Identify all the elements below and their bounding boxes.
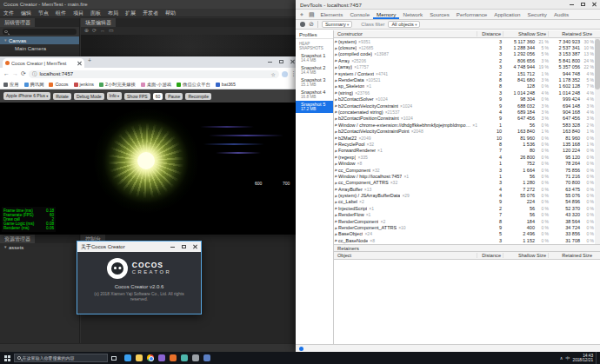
- minimize-button[interactable]: [167, 242, 178, 252]
- profile-avatar[interactable]: [282, 71, 288, 77]
- preview-toolbar-button[interactable]: Pause: [165, 93, 183, 100]
- devtools-tab[interactable]: Network: [399, 10, 426, 19]
- devtools-tab[interactable]: Application: [490, 10, 523, 19]
- page-info-icon[interactable]: ⓘ: [32, 71, 37, 77]
- maximize-button[interactable]: [276, 56, 287, 67]
- devtools-tab[interactable]: Elements: [317, 10, 347, 19]
- taskbar-clock[interactable]: 14:43 2018/12/21: [573, 354, 593, 363]
- column-object[interactable]: Object: [334, 253, 477, 258]
- cocos-menu-item[interactable]: 文件: [0, 9, 17, 17]
- devtools-tab[interactable]: Console: [346, 10, 373, 19]
- heap-table-row[interactable]: (array) ×17757 3 4 748 944 19 % 5 357 05…: [334, 64, 600, 70]
- devtools-tab[interactable]: Memory: [373, 10, 399, 19]
- heap-table-row[interactable]: RenderComponent ×2 8 184 0 % 38 564 0 %: [334, 218, 600, 224]
- new-tab-button[interactable]: +: [88, 57, 91, 63]
- tray-expand-icon[interactable]: ∧: [560, 355, 563, 361]
- taskbar-app-icon[interactable]: [136, 354, 143, 361]
- inspect-element-icon[interactable]: ⌖: [297, 10, 306, 19]
- heap-table-row[interactable]: InjectedScript ×1 2 56 0 % 52 370 0 %: [334, 205, 600, 211]
- column-distance[interactable]: Distance: [477, 31, 503, 36]
- heap-table-row[interactable]: Window ×8 1 752 0 % 78 264 0 %: [334, 160, 600, 166]
- bookmark-star-icon[interactable]: ☆: [271, 71, 276, 77]
- taskbar-app-icon[interactable]: [147, 354, 154, 361]
- snapshot-item[interactable]: Snapshot 2 14.4 MB: [296, 64, 333, 76]
- heap-table-row[interactable]: (concatenated string) ×21537 4 689 184 3…: [334, 109, 600, 115]
- rotate-tool-icon[interactable]: ⟳: [92, 27, 97, 35]
- heap-table-row[interactable]: (closure) ×12685 3 1 288 344 5 % 2 537 3…: [334, 44, 600, 50]
- heap-table-row[interactable]: cc_Component ×32 3 1 664 0 % 75 856 0 %: [334, 167, 600, 173]
- taskbar-app-icon[interactable]: [124, 354, 131, 361]
- heap-table-row[interactable]: (system) / JSArrayBufferData ×29 4 55 07…: [334, 192, 600, 198]
- heap-table-row[interactable]: (system) ×9351 3 5 117 360 21 % 7 340 92…: [334, 38, 600, 44]
- scrollbar-thumb[interactable]: [595, 39, 600, 89]
- snapshot-item[interactable]: Snapshot 5 17.2 MB: [296, 101, 333, 113]
- preview-toolbar-button[interactable]: Rotate: [53, 93, 71, 100]
- cocos-menu-item[interactable]: 编辑: [17, 9, 35, 17]
- back-button[interactable]: ←: [3, 69, 10, 78]
- taskbar-app-icon[interactable]: [203, 354, 210, 361]
- minimize-button[interactable]: [264, 56, 276, 67]
- hierarchy-search-input[interactable]: [3, 29, 77, 35]
- heap-table-row[interactable]: b2ContactPositionConstraint ×1024 9 647 …: [334, 116, 600, 122]
- preview-toolbar-button[interactable]: Show FPS: [124, 93, 150, 100]
- heap-table-row[interactable]: b2ContactVelocityConstraint ×1024 9 688 …: [334, 103, 600, 109]
- heap-table-row[interactable]: ArrayBuffer ×13 4 7 272 0 % 63 475 0 %: [334, 186, 600, 192]
- hierarchy-node[interactable]: Main Camera: [0, 44, 79, 52]
- task-view-button[interactable]: [108, 356, 120, 361]
- preview-toolbar-button[interactable]: Debug Mode: [74, 93, 104, 100]
- column-constructor[interactable]: Constructor: [334, 31, 477, 36]
- clear-icon[interactable]: ⊘: [309, 21, 314, 28]
- heap-table-row[interactable]: RecyclePool ×32 8 1 536 0 % 135 168 1 %: [334, 141, 600, 147]
- maximize-button[interactable]: [178, 242, 190, 252]
- refresh-button[interactable]: ⟳: [21, 69, 26, 78]
- cocos-menu-item[interactable]: 扩展: [122, 9, 139, 17]
- asset-item[interactable]: ▼ assets: [0, 243, 79, 251]
- heap-table-row[interactable]: b2ContactSolver ×1024 9 98 304 0 % 999 4…: [334, 96, 600, 103]
- devtools-tab[interactable]: Security: [524, 10, 550, 19]
- bookmark-item[interactable]: 腾讯网: [24, 82, 44, 88]
- address-bar[interactable]: ⓘ localhost:7457 ☆: [29, 70, 279, 78]
- cocos-menu-item[interactable]: 项目: [70, 9, 87, 17]
- tab-scene-editor[interactable]: 场景编辑器: [81, 18, 116, 27]
- minimize-button[interactable]: [566, 0, 577, 10]
- move-tool-icon[interactable]: ⊕: [84, 27, 89, 35]
- start-button[interactable]: [0, 352, 14, 364]
- column-retained-size[interactable]: Retained Size: [548, 31, 600, 36]
- heap-table-row[interactable]: cc_Component_ATTRS ×32 3 1 280 0 % 70 80…: [334, 180, 600, 186]
- devtools-tab[interactable]: Performance: [453, 10, 490, 19]
- heap-table-row[interactable]: b2Mat22 ×2049 10 81 960 0 % 81 960 0 %: [334, 135, 600, 141]
- cocos-menu-item[interactable]: 开发者: [139, 9, 162, 17]
- heap-table-row[interactable]: sp_Skeleton ×1 8 128 0 % 1 602 128 7 %: [334, 83, 600, 89]
- ime-indicator[interactable]: 中: [566, 355, 570, 361]
- heap-table-row[interactable]: (regexp) ×335 4 26 800 0 % 95 120 0 %: [334, 154, 600, 160]
- cocos-menu-item[interactable]: 面板: [87, 9, 104, 17]
- devtools-tab[interactable]: Sources: [426, 10, 453, 19]
- taskbar-app-icon[interactable]: [181, 354, 188, 361]
- heap-table-row[interactable]: cc_BaseNode ×8 3 1 152 0 % 31 708 0 %: [334, 237, 600, 243]
- heap-table-row[interactable]: (string) ×23766 3 1 014 248 4 % 1 014 24…: [334, 89, 600, 96]
- heap-table-row[interactable]: cc_Label ×2 9 224 0 % 54 896 0 %: [334, 199, 600, 205]
- rect-tool-icon[interactable]: ▭: [109, 27, 114, 35]
- preview-toolbar-button[interactable]: Apple iPhone 6 Plus: [3, 92, 50, 100]
- game-canvas[interactable]: 600700 Frame time (ms) 0.18 Framerate (F…: [0, 103, 300, 235]
- table-scrollbar[interactable]: [595, 38, 600, 244]
- preview-toolbar-button[interactable]: 60: [153, 93, 163, 100]
- preview-toolbar-button[interactable]: Info: [107, 92, 122, 100]
- heap-table-row[interactable]: BaseObject ×24 5 2 496 0 % 33 856 0 %: [334, 231, 600, 237]
- heap-table-row[interactable]: Window / http://localhost:7457 ×1 1 56 0…: [334, 173, 600, 179]
- bookmark-item[interactable]: 应用: [3, 82, 19, 88]
- tab-close-icon[interactable]: [77, 61, 82, 65]
- objects-scope-select[interactable]: All objects: [388, 21, 420, 29]
- taskbar-app-icon[interactable]: [158, 354, 165, 361]
- heap-table-row[interactable]: RenderFlow ×1 7 56 0 % 43 320 0 %: [334, 212, 600, 218]
- bookmark-item[interactable]: jenkins: [74, 82, 95, 87]
- bookmark-item[interactable]: Cocos: [49, 82, 68, 87]
- column-retained-size[interactable]: Retained Size: [548, 253, 600, 258]
- heap-table-row[interactable]: RenderData ×10521 8 841 680 3 % 1 178 35…: [334, 76, 600, 83]
- taskbar-app-icon[interactable]: [170, 354, 177, 361]
- scale-tool-icon[interactable]: ↔: [100, 27, 105, 35]
- bookmark-item[interactable]: 微信公众平台: [177, 82, 210, 88]
- snapshot-item[interactable]: Snapshot 3 15.1 MB: [296, 76, 333, 89]
- hierarchy-node[interactable]: ▼ Canvas: [0, 36, 79, 44]
- heap-table-row[interactable]: system / Context ×4741 2 151 712 1 % 944…: [334, 70, 600, 76]
